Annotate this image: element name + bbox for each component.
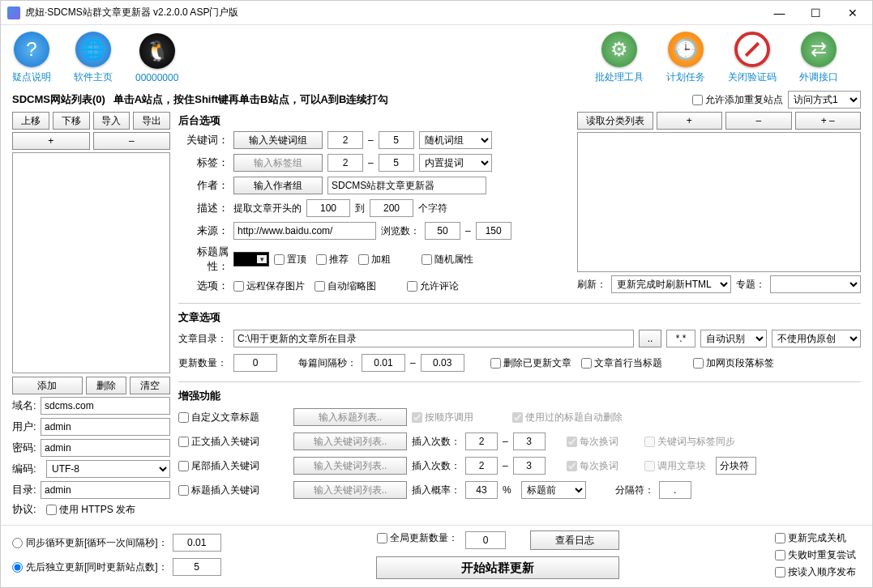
cat-plusminus-button[interactable]: + – [795, 112, 862, 130]
close-button[interactable]: ✕ [834, 2, 871, 24]
external-api-button[interactable]: ⇄ 外调接口 [799, 32, 838, 84]
interval-from-input[interactable] [362, 354, 405, 372]
firstline-title-checkbox[interactable]: 文章首行当标题 [581, 356, 662, 370]
clear-button[interactable]: 清空 [130, 377, 170, 394]
queue-order-checkbox[interactable]: 按读入顺序发布 [775, 565, 856, 579]
title-keyword-checkbox[interactable]: 标题插入关键词 [178, 484, 284, 497]
retry-checkbox[interactable]: 失败时重复尝试 [775, 548, 856, 562]
author-group-button[interactable]: 输入作者组 [233, 177, 323, 194]
body-count-to-input[interactable] [513, 432, 546, 450]
password-input[interactable] [41, 439, 170, 457]
tail-keyword-checkbox[interactable]: 尾部插入关键词 [178, 459, 284, 473]
detect-select[interactable]: 自动识别 [700, 330, 767, 347]
block-sep-input[interactable] [716, 457, 756, 475]
read-category-button[interactable]: 读取分类列表 [577, 112, 653, 130]
browse-dir-button[interactable]: .. [639, 330, 661, 347]
title-pos-select[interactable]: 标题前 [521, 481, 586, 499]
tag-from-input[interactable] [327, 154, 363, 172]
body-keyword-button[interactable]: 输入关键词列表.. [293, 432, 407, 450]
allow-comment-checkbox[interactable]: 允许评论 [407, 279, 459, 293]
access-mode-select[interactable]: 访问方式1 [788, 91, 861, 109]
close-captcha-button[interactable]: 关闭验证码 [728, 32, 777, 84]
title-keyword-button[interactable]: 输入关键词列表.. [293, 481, 407, 499]
delete-updated-checkbox[interactable]: 删除已更新文章 [490, 356, 571, 370]
update-count-input[interactable] [233, 354, 277, 372]
add-small-button[interactable]: + [12, 132, 90, 150]
batch-tool-button[interactable]: ⚙ 批处理工具 [595, 32, 644, 84]
body-keyword-checkbox[interactable]: 正文插入关键词 [178, 435, 284, 449]
auto-thumb-checkbox[interactable]: 自动缩略图 [315, 279, 376, 293]
move-up-button[interactable]: 上移 [12, 112, 49, 130]
cat-minus-button[interactable]: – [725, 112, 792, 130]
keyword-to-input[interactable] [379, 131, 414, 149]
tag-to-input[interactable] [379, 154, 414, 172]
newline1-checkbox[interactable]: 每次换词 [567, 435, 618, 449]
start-update-button[interactable]: 开始站群更新 [376, 556, 619, 579]
order-checkbox[interactable]: 按顺序调用 [412, 411, 473, 424]
top-checkbox[interactable]: 置顶 [274, 253, 306, 266]
keyword-mode-select[interactable]: 随机词组 [419, 131, 492, 149]
keyword-from-input[interactable] [327, 131, 363, 149]
topic-select[interactable] [770, 275, 861, 293]
schedule-button[interactable]: 🕒 计划任务 [666, 32, 705, 84]
independent-update-radio[interactable]: 先后独立更新[同时更新站点数]： [12, 560, 168, 574]
homepage-button[interactable]: 🌐 软件主页 [74, 32, 113, 84]
title-color-picker[interactable] [233, 252, 269, 266]
global-count-input[interactable] [465, 531, 506, 549]
import-button[interactable]: 导入 [93, 112, 131, 130]
site-listbox[interactable] [12, 152, 170, 373]
tail-count-from-input[interactable] [465, 457, 498, 475]
article-dir-input[interactable] [233, 330, 634, 347]
remote-save-checkbox[interactable]: 远程保存图片 [233, 279, 305, 293]
desc-to-input[interactable] [370, 199, 413, 217]
loop-update-radio[interactable]: 同步循环更新[循环一次间隔秒]： [12, 536, 168, 550]
recommend-checkbox[interactable]: 推荐 [316, 253, 349, 266]
title-list-button[interactable]: 输入标题列表.. [293, 408, 407, 426]
encoding-select[interactable]: UTF-8 [46, 460, 170, 478]
body-count-from-input[interactable] [465, 432, 498, 450]
source-input[interactable] [233, 222, 376, 240]
filter-input[interactable] [666, 330, 695, 347]
dir-input[interactable] [41, 481, 170, 499]
separator-input[interactable] [659, 481, 691, 499]
cat-plus-button[interactable]: + [657, 112, 723, 130]
category-listbox[interactable] [577, 132, 861, 272]
shutdown-checkbox[interactable]: 更新完成关机 [775, 531, 856, 545]
tag-group-button[interactable]: 输入标签组 [233, 154, 323, 172]
random-attr-checkbox[interactable]: 随机属性 [422, 253, 473, 266]
delete-button[interactable]: 删除 [86, 377, 126, 394]
original-select[interactable]: 不使用伪原创 [772, 330, 861, 347]
block-checkbox[interactable]: 调用文章块 [644, 459, 706, 473]
views-from-input[interactable] [425, 222, 460, 240]
autodel-checkbox[interactable]: 使用过的标题自动删除 [512, 411, 623, 424]
ptag-checkbox[interactable]: 加网页段落标签 [693, 356, 774, 370]
move-down-button[interactable]: 下移 [53, 112, 90, 130]
qq-button[interactable]: 🐧 00000000 [135, 33, 178, 83]
concurrent-sites-input[interactable] [173, 558, 221, 576]
newline2-checkbox[interactable]: 每次换词 [567, 459, 618, 473]
bold-checkbox[interactable]: 加粗 [358, 253, 391, 266]
tail-count-to-input[interactable] [513, 457, 546, 475]
help-button[interactable]: ? 疑点说明 [12, 32, 51, 84]
export-button[interactable]: 导出 [133, 112, 170, 130]
insert-rate-input[interactable] [465, 481, 498, 499]
tag-mode-select[interactable]: 内置提词 [419, 154, 492, 172]
global-count-checkbox[interactable]: 全局更新数量： [377, 531, 458, 545]
add-button[interactable]: 添加 [12, 377, 83, 394]
desc-from-input[interactable] [306, 199, 350, 217]
author-input[interactable] [327, 177, 486, 194]
https-checkbox[interactable]: 使用 HTTPS 发布 [46, 503, 135, 517]
loop-interval-input[interactable] [173, 534, 221, 552]
tail-keyword-button[interactable]: 输入关键词列表.. [293, 457, 407, 475]
minimize-button[interactable]: — [761, 2, 798, 24]
allow-duplicate-checkbox[interactable]: 允许添加重复站点 [692, 93, 783, 107]
keyword-group-button[interactable]: 输入关键词组 [233, 131, 323, 149]
custom-title-checkbox[interactable]: 自定义文章标题 [178, 411, 284, 424]
interval-to-input[interactable] [421, 354, 464, 372]
view-log-button[interactable]: 查看日志 [530, 530, 619, 550]
sync-checkbox[interactable]: 关键词与标签同步 [644, 435, 735, 449]
views-to-input[interactable] [476, 222, 511, 240]
domain-input[interactable] [41, 397, 170, 415]
remove-small-button[interactable]: – [93, 132, 171, 150]
maximize-button[interactable]: ☐ [798, 2, 834, 24]
